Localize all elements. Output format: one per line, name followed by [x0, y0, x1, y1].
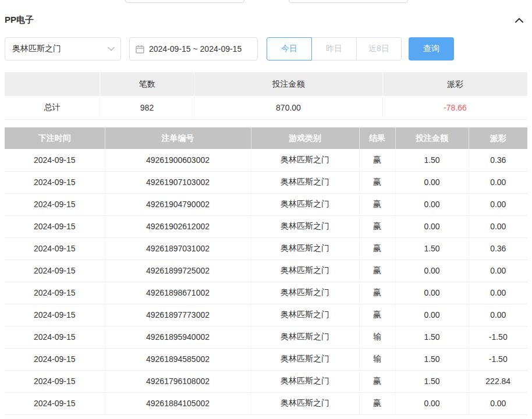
summary-header-row: 笔数 投注金额 派彩: [5, 72, 527, 96]
cell-bet-time: 2024-09-15: [5, 304, 105, 326]
cell-bet-id: 49261899725002: [105, 260, 251, 282]
table-row: 2024-09-15 49261900603002 奥林匹斯之门 赢 1.50 …: [5, 149, 527, 171]
summary-payout-value: -78.66: [383, 96, 527, 120]
cutoff-input-left: [125, 0, 244, 3]
cell-payout: 0.00: [469, 282, 527, 304]
header-bet-amount: 投注金额: [395, 127, 469, 149]
cell-result: 赢: [359, 237, 395, 260]
table-row: 2024-09-15 49261899725002 奥林匹斯之门 赢 0.00 …: [5, 260, 527, 282]
chevron-up-icon: [515, 17, 524, 23]
cell-bet-time: 2024-09-15: [5, 326, 105, 348]
table-row: 2024-09-15 49261897773002 奥林匹斯之门 赢 0.00 …: [5, 304, 527, 326]
cell-bet-time: 2024-09-15: [5, 282, 105, 304]
table-row: 2024-09-15 49261897031002 奥林匹斯之门 赢 1.50 …: [5, 237, 527, 260]
cell-bet-amount: 1.50: [395, 149, 469, 171]
cell-bet-amount: 1.50: [395, 348, 469, 370]
table-header-row: 下注时间 注单编号 游戏类别 结果 投注金额 派彩: [5, 127, 527, 149]
query-button[interactable]: 查询: [409, 37, 454, 61]
cell-payout: 222.84: [469, 370, 527, 392]
game-select-value: 奥林匹斯之门: [12, 44, 61, 54]
cell-bet-id: 49261897031002: [105, 237, 251, 260]
cell-bet-id: 49261904790002: [105, 193, 251, 215]
cell-result: 赢: [359, 193, 395, 215]
cell-result: 输: [359, 326, 395, 348]
header-result: 结果: [359, 127, 395, 149]
cell-bet-id: 49261897773002: [105, 304, 251, 326]
cell-game-type: 奥林匹斯之门: [251, 370, 359, 392]
table-row: 2024-09-15 49261895940002 奥林匹斯之门 输 1.50 …: [5, 326, 527, 348]
cell-result: 赢: [359, 171, 395, 193]
cell-bet-amount: 0.00: [395, 193, 469, 215]
page-title: PP电子: [5, 15, 34, 26]
cell-bet-id: 49261895940002: [105, 326, 251, 348]
cell-game-type: 奥林匹斯之门: [251, 237, 359, 260]
cell-bet-amount: 0.00: [395, 282, 469, 304]
cell-bet-amount: 0.00: [395, 304, 469, 326]
date-range-value: 2024-09-15 ~ 2024-09-15: [149, 44, 242, 54]
quick-date-button[interactable]: 今日: [267, 37, 312, 61]
quick-date-button[interactable]: 昨日: [311, 37, 357, 61]
cell-game-type: 奥林匹斯之门: [251, 326, 359, 348]
cell-game-type: 奥林匹斯之门: [251, 149, 359, 171]
filter-row: 奥林匹斯之门 2024-09-15 ~ 2024-09-15 今日 昨日 近8日…: [5, 37, 527, 61]
cell-payout: 0.36: [469, 149, 527, 171]
cell-bet-amount: 1.50: [395, 237, 469, 260]
table-row: 2024-09-15 49261796108002 奥林匹斯之门 赢 1.50 …: [5, 370, 527, 392]
collapse-button[interactable]: [515, 17, 524, 23]
cell-game-type: 奥林匹斯之门: [251, 348, 359, 370]
cell-bet-id: 49261796108002: [105, 370, 251, 392]
table-row: 2024-09-15 49261902612002 奥林匹斯之门 赢 0.00 …: [5, 215, 527, 237]
table-row: 2024-09-15 49261884105002 奥林匹斯之门 赢 0.00 …: [5, 392, 527, 414]
cell-payout: 0.00: [469, 304, 527, 326]
bets-table: 下注时间 注单编号 游戏类别 结果 投注金额 派彩 2024-09-15 492…: [5, 127, 527, 415]
game-select[interactable]: 奥林匹斯之门: [5, 37, 121, 61]
cell-bet-time: 2024-09-15: [5, 348, 105, 370]
cell-payout: 0.00: [469, 392, 527, 414]
cell-result: 输: [359, 348, 395, 370]
cutoff-input-right: [289, 0, 408, 3]
table-row: 2024-09-15 49261898671002 奥林匹斯之门 赢 0.00 …: [5, 282, 527, 304]
summary-amount-value: 870.00: [194, 96, 383, 120]
cell-bet-id: 49261898671002: [105, 282, 251, 304]
cell-game-type: 奥林匹斯之门: [251, 260, 359, 282]
quick-date-buttons: 今日 昨日 近8日: [267, 37, 402, 61]
cell-game-type: 奥林匹斯之门: [251, 215, 359, 237]
cell-payout: 0.00: [469, 215, 527, 237]
summary-header-empty: [5, 72, 100, 96]
summary-header-payout: 派彩: [383, 72, 527, 96]
quick-date-button[interactable]: 近8日: [356, 37, 402, 61]
cell-bet-amount: 1.50: [395, 370, 469, 392]
cell-payout: 0.00: [469, 260, 527, 282]
date-range-picker[interactable]: 2024-09-15 ~ 2024-09-15: [129, 37, 258, 61]
summary-count-value: 982: [100, 96, 194, 120]
cell-bet-amount: 0.00: [395, 215, 469, 237]
cell-result: 赢: [359, 215, 395, 237]
section-header: PP电子: [0, 0, 532, 26]
cell-bet-amount: 0.00: [395, 171, 469, 193]
header-payout: 派彩: [469, 127, 527, 149]
cell-bet-id: 49261894585002: [105, 348, 251, 370]
cell-bet-amount: 0.00: [395, 392, 469, 414]
chevron-down-icon: [108, 47, 115, 51]
cell-result: 赢: [359, 370, 395, 392]
cell-bet-time: 2024-09-15: [5, 392, 105, 414]
header-bet-time: 下注时间: [5, 127, 105, 149]
cell-game-type: 奥林匹斯之门: [251, 304, 359, 326]
cell-payout: -1.50: [469, 326, 527, 348]
summary-header-amount: 投注金额: [194, 72, 383, 96]
summary-total-label: 总计: [5, 96, 100, 120]
header-bet-id: 注单编号: [105, 127, 251, 149]
summary-total-row: 总计 982 870.00 -78.66: [5, 96, 527, 120]
cell-bet-amount: 1.50: [395, 326, 469, 348]
cell-bet-id: 49261884105002: [105, 392, 251, 414]
summary-header-count: 笔数: [100, 72, 194, 96]
cell-game-type: 奥林匹斯之门: [251, 171, 359, 193]
cell-payout: -1.50: [469, 348, 527, 370]
cell-bet-time: 2024-09-15: [5, 237, 105, 260]
summary-table: 笔数 投注金额 派彩 总计 982 870.00 -78.66: [5, 72, 527, 120]
cell-bet-time: 2024-09-15: [5, 370, 105, 392]
cell-bet-time: 2024-09-15: [5, 215, 105, 237]
header-game-type: 游戏类别: [251, 127, 359, 149]
cell-game-type: 奥林匹斯之门: [251, 282, 359, 304]
table-row: 2024-09-15 49261904790002 奥林匹斯之门 赢 0.00 …: [5, 193, 527, 215]
